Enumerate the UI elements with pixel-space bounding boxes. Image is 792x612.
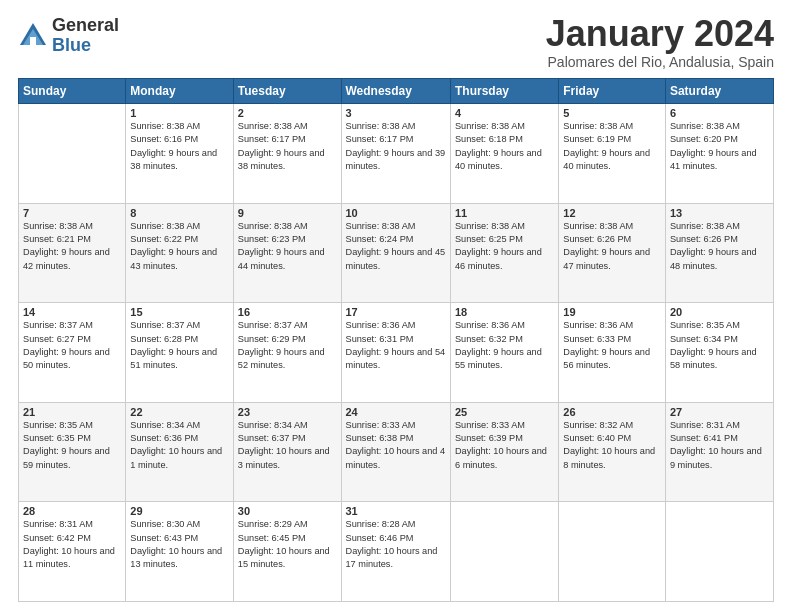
day-cell: 20Sunrise: 8:35 AM Sunset: 6:34 PM Dayli…	[665, 303, 773, 403]
day-info: Sunrise: 8:30 AM Sunset: 6:43 PM Dayligh…	[130, 518, 228, 571]
day-info: Sunrise: 8:37 AM Sunset: 6:27 PM Dayligh…	[23, 319, 121, 372]
day-info: Sunrise: 8:38 AM Sunset: 6:16 PM Dayligh…	[130, 120, 228, 173]
day-number: 30	[238, 505, 337, 517]
day-cell: 9Sunrise: 8:38 AM Sunset: 6:23 PM Daylig…	[233, 203, 341, 303]
day-number: 26	[563, 406, 661, 418]
day-number: 2	[238, 107, 337, 119]
day-info: Sunrise: 8:35 AM Sunset: 6:34 PM Dayligh…	[670, 319, 769, 372]
day-cell: 16Sunrise: 8:37 AM Sunset: 6:29 PM Dayli…	[233, 303, 341, 403]
day-cell: 22Sunrise: 8:34 AM Sunset: 6:36 PM Dayli…	[126, 402, 233, 502]
day-cell: 28Sunrise: 8:31 AM Sunset: 6:42 PM Dayli…	[19, 502, 126, 602]
day-cell: 12Sunrise: 8:38 AM Sunset: 6:26 PM Dayli…	[559, 203, 666, 303]
page: General Blue January 2024 Palomares del …	[0, 0, 792, 612]
day-info: Sunrise: 8:38 AM Sunset: 6:25 PM Dayligh…	[455, 220, 554, 273]
day-info: Sunrise: 8:34 AM Sunset: 6:37 PM Dayligh…	[238, 419, 337, 472]
week-row-1: 1Sunrise: 8:38 AM Sunset: 6:16 PM Daylig…	[19, 104, 774, 204]
day-number: 5	[563, 107, 661, 119]
svg-rect-2	[30, 37, 36, 45]
day-number: 1	[130, 107, 228, 119]
week-row-2: 7Sunrise: 8:38 AM Sunset: 6:21 PM Daylig…	[19, 203, 774, 303]
day-info: Sunrise: 8:36 AM Sunset: 6:32 PM Dayligh…	[455, 319, 554, 372]
day-info: Sunrise: 8:38 AM Sunset: 6:26 PM Dayligh…	[563, 220, 661, 273]
day-info: Sunrise: 8:38 AM Sunset: 6:24 PM Dayligh…	[346, 220, 446, 273]
day-number: 11	[455, 207, 554, 219]
day-cell	[19, 104, 126, 204]
col-friday: Friday	[559, 79, 666, 104]
day-number: 6	[670, 107, 769, 119]
logo-text: General Blue	[52, 16, 119, 56]
day-info: Sunrise: 8:35 AM Sunset: 6:35 PM Dayligh…	[23, 419, 121, 472]
day-info: Sunrise: 8:38 AM Sunset: 6:26 PM Dayligh…	[670, 220, 769, 273]
day-cell: 2Sunrise: 8:38 AM Sunset: 6:17 PM Daylig…	[233, 104, 341, 204]
day-cell: 21Sunrise: 8:35 AM Sunset: 6:35 PM Dayli…	[19, 402, 126, 502]
day-cell: 17Sunrise: 8:36 AM Sunset: 6:31 PM Dayli…	[341, 303, 450, 403]
day-number: 7	[23, 207, 121, 219]
day-cell: 23Sunrise: 8:34 AM Sunset: 6:37 PM Dayli…	[233, 402, 341, 502]
day-number: 15	[130, 306, 228, 318]
day-cell: 31Sunrise: 8:28 AM Sunset: 6:46 PM Dayli…	[341, 502, 450, 602]
title-block: January 2024 Palomares del Rio, Andalusi…	[546, 16, 774, 70]
col-thursday: Thursday	[450, 79, 558, 104]
day-info: Sunrise: 8:38 AM Sunset: 6:17 PM Dayligh…	[238, 120, 337, 173]
day-info: Sunrise: 8:36 AM Sunset: 6:31 PM Dayligh…	[346, 319, 446, 372]
day-cell: 10Sunrise: 8:38 AM Sunset: 6:24 PM Dayli…	[341, 203, 450, 303]
day-cell: 11Sunrise: 8:38 AM Sunset: 6:25 PM Dayli…	[450, 203, 558, 303]
day-info: Sunrise: 8:32 AM Sunset: 6:40 PM Dayligh…	[563, 419, 661, 472]
col-monday: Monday	[126, 79, 233, 104]
day-info: Sunrise: 8:38 AM Sunset: 6:18 PM Dayligh…	[455, 120, 554, 173]
day-number: 28	[23, 505, 121, 517]
week-row-4: 21Sunrise: 8:35 AM Sunset: 6:35 PM Dayli…	[19, 402, 774, 502]
logo-general: General	[52, 16, 119, 36]
day-cell: 5Sunrise: 8:38 AM Sunset: 6:19 PM Daylig…	[559, 104, 666, 204]
day-cell: 8Sunrise: 8:38 AM Sunset: 6:22 PM Daylig…	[126, 203, 233, 303]
day-number: 19	[563, 306, 661, 318]
day-cell: 30Sunrise: 8:29 AM Sunset: 6:45 PM Dayli…	[233, 502, 341, 602]
day-cell: 26Sunrise: 8:32 AM Sunset: 6:40 PM Dayli…	[559, 402, 666, 502]
day-cell: 13Sunrise: 8:38 AM Sunset: 6:26 PM Dayli…	[665, 203, 773, 303]
day-cell: 6Sunrise: 8:38 AM Sunset: 6:20 PM Daylig…	[665, 104, 773, 204]
day-cell	[559, 502, 666, 602]
day-number: 20	[670, 306, 769, 318]
day-number: 18	[455, 306, 554, 318]
day-info: Sunrise: 8:28 AM Sunset: 6:46 PM Dayligh…	[346, 518, 446, 571]
col-sunday: Sunday	[19, 79, 126, 104]
day-cell: 15Sunrise: 8:37 AM Sunset: 6:28 PM Dayli…	[126, 303, 233, 403]
col-saturday: Saturday	[665, 79, 773, 104]
day-cell: 1Sunrise: 8:38 AM Sunset: 6:16 PM Daylig…	[126, 104, 233, 204]
day-number: 12	[563, 207, 661, 219]
day-info: Sunrise: 8:31 AM Sunset: 6:41 PM Dayligh…	[670, 419, 769, 472]
day-number: 24	[346, 406, 446, 418]
col-wednesday: Wednesday	[341, 79, 450, 104]
day-info: Sunrise: 8:33 AM Sunset: 6:38 PM Dayligh…	[346, 419, 446, 472]
logo: General Blue	[18, 16, 119, 56]
day-cell: 29Sunrise: 8:30 AM Sunset: 6:43 PM Dayli…	[126, 502, 233, 602]
day-info: Sunrise: 8:38 AM Sunset: 6:17 PM Dayligh…	[346, 120, 446, 173]
header: General Blue January 2024 Palomares del …	[18, 16, 774, 70]
calendar-table: Sunday Monday Tuesday Wednesday Thursday…	[18, 78, 774, 602]
day-info: Sunrise: 8:38 AM Sunset: 6:19 PM Dayligh…	[563, 120, 661, 173]
day-number: 17	[346, 306, 446, 318]
day-info: Sunrise: 8:37 AM Sunset: 6:28 PM Dayligh…	[130, 319, 228, 372]
day-cell: 3Sunrise: 8:38 AM Sunset: 6:17 PM Daylig…	[341, 104, 450, 204]
day-number: 27	[670, 406, 769, 418]
logo-icon	[18, 21, 48, 51]
day-cell	[665, 502, 773, 602]
day-number: 21	[23, 406, 121, 418]
day-number: 4	[455, 107, 554, 119]
day-cell: 18Sunrise: 8:36 AM Sunset: 6:32 PM Dayli…	[450, 303, 558, 403]
day-number: 14	[23, 306, 121, 318]
week-row-3: 14Sunrise: 8:37 AM Sunset: 6:27 PM Dayli…	[19, 303, 774, 403]
day-info: Sunrise: 8:38 AM Sunset: 6:22 PM Dayligh…	[130, 220, 228, 273]
day-cell: 25Sunrise: 8:33 AM Sunset: 6:39 PM Dayli…	[450, 402, 558, 502]
day-cell: 4Sunrise: 8:38 AM Sunset: 6:18 PM Daylig…	[450, 104, 558, 204]
day-number: 29	[130, 505, 228, 517]
day-cell: 19Sunrise: 8:36 AM Sunset: 6:33 PM Dayli…	[559, 303, 666, 403]
day-info: Sunrise: 8:33 AM Sunset: 6:39 PM Dayligh…	[455, 419, 554, 472]
day-number: 8	[130, 207, 228, 219]
day-info: Sunrise: 8:36 AM Sunset: 6:33 PM Dayligh…	[563, 319, 661, 372]
day-number: 31	[346, 505, 446, 517]
day-number: 3	[346, 107, 446, 119]
week-row-5: 28Sunrise: 8:31 AM Sunset: 6:42 PM Dayli…	[19, 502, 774, 602]
day-number: 16	[238, 306, 337, 318]
day-info: Sunrise: 8:38 AM Sunset: 6:21 PM Dayligh…	[23, 220, 121, 273]
